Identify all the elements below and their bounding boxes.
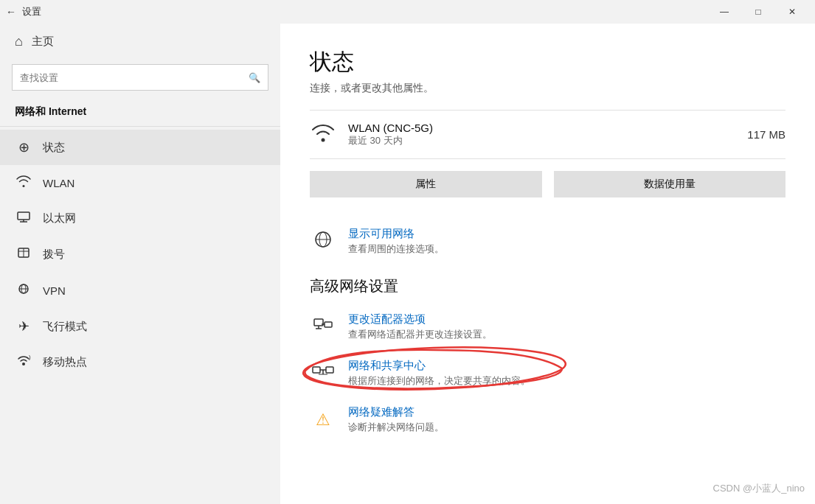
sidebar-home-item[interactable]: ⌂ 主页	[0, 24, 280, 60]
title-bar-title: 设置	[22, 5, 41, 18]
troubleshoot-title[interactable]: 网络疑难解答	[348, 405, 444, 419]
network-usage: 117 MB	[747, 128, 785, 141]
minimize-button[interactable]: —	[707, 0, 741, 24]
sidebar-item-label-airplane: 飞行模式	[43, 320, 87, 334]
troubleshoot-desc: 诊断并解决网络问题。	[348, 421, 444, 434]
home-icon: ⌂	[15, 34, 23, 49]
search-input[interactable]	[20, 72, 249, 83]
search-box[interactable]: 🔍	[12, 64, 268, 91]
page-subtitle: 连接，或者更改其他属性。	[310, 82, 785, 95]
sharing-center-info: 网络和共享中心 根据所连接到的网络，决定要共享的内容。	[348, 359, 530, 388]
sidebar-item-status[interactable]: ⊕ 状态	[0, 130, 280, 165]
close-button[interactable]: ✕	[775, 0, 809, 24]
watermark: CSDN @小蓝人_nino	[713, 482, 805, 495]
sidebar-item-label-ethernet: 以太网	[43, 211, 76, 225]
sidebar-section-title: 网络和 Internet	[0, 98, 280, 123]
show-networks-icon	[310, 229, 336, 254]
page-title: 状态	[310, 47, 785, 77]
adapter-options-link[interactable]: 更改适配器选项 查看网络适配器并更改连接设置。	[310, 304, 785, 350]
home-label: 主页	[32, 35, 54, 49]
svg-rect-21	[326, 367, 333, 373]
troubleshoot-info: 网络疑难解答 诊断并解决网络问题。	[348, 405, 444, 434]
svg-point-9	[22, 363, 25, 365]
show-networks-title[interactable]: 显示可用网络	[348, 227, 444, 241]
ethernet-icon	[15, 210, 32, 227]
advanced-section-title: 高级网络设置	[310, 276, 785, 296]
sidebar-item-airplane[interactable]: ✈ 飞行模式	[0, 309, 280, 344]
sharing-center-desc: 根据所连接到的网络，决定要共享的内容。	[348, 374, 530, 388]
sidebar-item-label-hotspot: 移动热点	[43, 355, 87, 369]
sidebar-item-hotspot[interactable]: ) 移动热点	[0, 344, 280, 380]
svg-rect-20	[313, 367, 320, 373]
properties-button[interactable]: 属性	[310, 171, 542, 197]
search-icon: 🔍	[249, 72, 260, 83]
data-usage-button[interactable]: 数据使用量	[554, 171, 786, 197]
sidebar-item-label-status: 状态	[43, 141, 65, 155]
main-layout: ⌂ 主页 🔍 网络和 Internet ⊕ 状态 WLAN	[0, 24, 815, 504]
sidebar-divider	[0, 126, 280, 127]
network-info: WLAN (CNC-5G) 最近 30 天内	[348, 122, 747, 147]
network-name: WLAN (CNC-5G)	[348, 122, 747, 134]
sidebar: ⌂ 主页 🔍 网络和 Internet ⊕ 状态 WLAN	[0, 24, 280, 504]
adapter-icon	[310, 315, 336, 340]
network-wifi-icon	[310, 121, 336, 148]
title-bar-left: ← 设置	[6, 5, 41, 18]
adapter-options-info: 更改适配器选项 查看网络适配器并更改连接设置。	[348, 312, 492, 341]
network-sub: 最近 30 天内	[348, 134, 747, 147]
sidebar-item-label-wlan: WLAN	[43, 177, 74, 189]
warning-icon: ⚠	[310, 410, 336, 430]
show-networks-info: 显示可用网络 查看周围的连接选项。	[348, 227, 444, 256]
vpn-icon	[15, 282, 32, 299]
title-bar-controls: — □ ✕	[707, 0, 809, 24]
sidebar-item-vpn[interactable]: VPN	[0, 273, 280, 309]
dialup-icon	[15, 246, 32, 263]
adapter-options-title[interactable]: 更改适配器选项	[348, 312, 492, 326]
sidebar-item-label-vpn: VPN	[43, 284, 66, 297]
sidebar-item-label-dialup: 拨号	[43, 248, 65, 262]
svg-point-11	[322, 139, 325, 142]
airplane-icon: ✈	[15, 318, 32, 335]
button-row: 属性 数据使用量	[310, 171, 785, 197]
troubleshoot-link[interactable]: ⚠ 网络疑难解答 诊断并解决网络问题。	[310, 396, 785, 443]
svg-rect-18	[325, 322, 332, 327]
network-card: WLAN (CNC-5G) 最近 30 天内 117 MB	[310, 110, 785, 159]
sharing-center-title[interactable]: 网络和共享中心	[348, 359, 530, 373]
maximize-button[interactable]: □	[741, 0, 775, 24]
sidebar-item-wlan[interactable]: WLAN	[0, 165, 280, 200]
content-area: 状态 连接，或者更改其他属性。 WLAN (CNC-5G) 最近 30 天内 1…	[280, 24, 815, 504]
show-networks-link[interactable]: 显示可用网络 查看周围的连接选项。	[310, 218, 785, 265]
hotspot-icon: )	[15, 354, 32, 371]
sidebar-item-dialup[interactable]: 拨号	[0, 237, 280, 273]
sidebar-item-ethernet[interactable]: 以太网	[0, 200, 280, 237]
svg-rect-0	[18, 212, 30, 220]
sharing-center-icon	[310, 361, 336, 386]
adapter-options-desc: 查看网络适配器并更改连接设置。	[348, 328, 492, 341]
wlan-icon	[15, 175, 32, 191]
title-bar: ← 设置 — □ ✕	[0, 0, 815, 24]
svg-text:): )	[29, 354, 31, 360]
back-button[interactable]: ←	[6, 6, 16, 18]
sharing-center-link[interactable]: 网络和共享中心 根据所连接到的网络，决定要共享的内容。	[310, 350, 785, 396]
status-icon: ⊕	[15, 139, 32, 155]
show-networks-desc: 查看周围的连接选项。	[348, 242, 444, 256]
